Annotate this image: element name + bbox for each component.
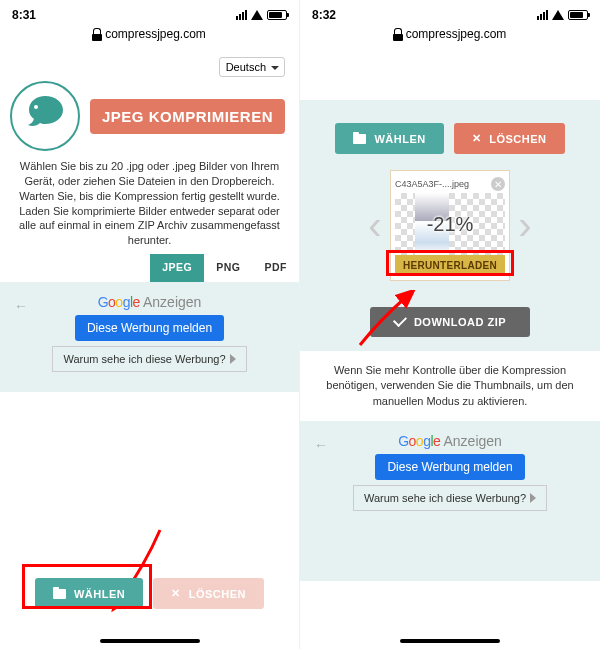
download-zip-button[interactable]: DOWNLOAD ZIP [370, 307, 530, 337]
tab-png[interactable]: PNG [204, 254, 252, 282]
ad-why-button[interactable]: Warum sehe ich diese Werbung? [353, 485, 547, 511]
folder-icon [353, 134, 366, 144]
wifi-icon [251, 10, 263, 20]
folder-icon [53, 589, 66, 599]
phone-right: 8:32 compressjpeg.com WÄHLEN ✕ [300, 0, 600, 649]
status-icons [537, 10, 588, 20]
carousel-next-icon[interactable]: › [514, 203, 536, 248]
tab-jpeg[interactable]: JPEG [150, 254, 204, 282]
thumbnail-download-button[interactable]: HERUNTERLADEN [395, 255, 505, 276]
language-select[interactable]: Deutsch [219, 57, 285, 77]
signal-icon [236, 10, 247, 20]
delete-button[interactable]: ✕ LÖSCHEN [153, 578, 264, 609]
url-bar[interactable]: compressjpeg.com [300, 25, 600, 45]
ad-title: Google Anzeigen [300, 433, 600, 449]
select-files-button[interactable]: WÄHLEN [335, 123, 443, 154]
status-icons [236, 10, 287, 20]
url-bar[interactable]: compressjpeg.com [0, 25, 299, 45]
status-bar: 8:32 [300, 0, 600, 25]
intro-text: Wählen Sie bis zu 20 .jpg oder .jpeg Bil… [10, 151, 289, 254]
delete-button[interactable]: ✕ LÖSCHEN [454, 123, 565, 154]
thumbnail-remove-icon[interactable]: ✕ [491, 177, 505, 191]
battery-icon [568, 10, 588, 20]
triangle-icon [230, 354, 236, 364]
ad-dismiss-icon[interactable]: ← [14, 298, 28, 314]
url-text: compressjpeg.com [105, 27, 206, 41]
ad-why-button[interactable]: Warum sehe ich diese Werbung? [52, 346, 246, 372]
thumbnail-card[interactable]: C43A5A3F-....jpeg ✕ -21% HERUNTERLADEN [390, 170, 510, 281]
ad-dismiss-icon[interactable]: ← [314, 437, 328, 453]
signal-icon [537, 10, 548, 20]
wifi-icon [552, 10, 564, 20]
tab-pdf[interactable]: PDF [253, 254, 300, 282]
lock-icon [93, 28, 101, 36]
x-icon: ✕ [472, 132, 482, 145]
url-text: compressjpeg.com [406, 27, 507, 41]
status-time: 8:31 [12, 8, 236, 22]
thumbnail-filename: C43A5A3F-....jpeg [395, 179, 469, 189]
carousel-prev-icon[interactable]: ‹ [364, 203, 386, 248]
thumbnail-preview[interactable]: -21% [395, 193, 505, 255]
check-icon [393, 313, 407, 327]
select-files-button[interactable]: WÄHLEN [35, 578, 143, 609]
home-indicator[interactable] [400, 639, 500, 643]
site-logo [10, 81, 80, 151]
lock-icon [394, 28, 402, 36]
ad-report-button[interactable]: Diese Werbung melden [75, 315, 224, 341]
compression-percent: -21% [427, 213, 474, 236]
status-time: 8:32 [312, 8, 537, 22]
google-logo: Google [98, 294, 140, 310]
battery-icon [267, 10, 287, 20]
ad-title: Google Anzeigen [0, 294, 299, 310]
triangle-icon [530, 493, 536, 503]
home-indicator[interactable] [100, 639, 200, 643]
phone-left: 8:31 compressjpeg.com Deutsch JPEG KO [0, 0, 300, 649]
page-title: JPEG KOMPRIMIEREN [90, 99, 285, 134]
x-icon: ✕ [171, 587, 181, 600]
control-help-text: Wenn Sie mehr Kontrolle über die Kompres… [300, 351, 600, 421]
ad-label: Anzeigen [443, 433, 501, 449]
language-value: Deutsch [226, 61, 266, 73]
ad-report-button[interactable]: Diese Werbung melden [375, 454, 524, 480]
ad-label: Anzeigen [143, 294, 201, 310]
format-tabs: JPEG PNG PDF [0, 254, 299, 282]
google-logo: Google [398, 433, 440, 449]
status-bar: 8:31 [0, 0, 299, 25]
